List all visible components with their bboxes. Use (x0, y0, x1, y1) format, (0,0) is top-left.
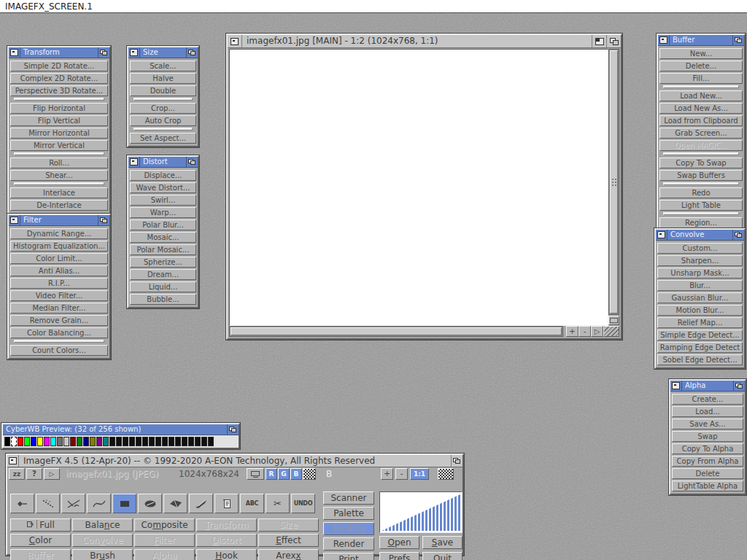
distort-displace-button[interactable]: Displace... (130, 170, 196, 181)
panel-buffer-titlebar[interactable]: Buffer (658, 35, 744, 46)
panel-alpha-titlebar[interactable]: Alpha (670, 381, 745, 392)
mode-render-button[interactable]: Render (323, 537, 374, 551)
palette-swatch-13[interactable] (90, 437, 96, 446)
zoom-out-button[interactable]: - (395, 468, 408, 480)
buffer-swap-buffers-button[interactable]: Swap Buffers (659, 170, 743, 181)
filter-count-colors-button[interactable]: Count Colors... (10, 345, 108, 356)
depth-gadget-icon[interactable] (227, 424, 239, 435)
distort-wave-distort-button[interactable]: Wave Distort... (130, 182, 196, 193)
depth-gadget-icon[interactable] (98, 47, 109, 58)
convolve-sobel-edge-detect-button[interactable]: Sobel Edge Detect... (657, 354, 743, 365)
distort-dream-button[interactable]: Dream... (130, 269, 196, 280)
palette-swatch-0[interactable] (4, 437, 10, 446)
text-tool-button[interactable]: ABC (240, 494, 264, 513)
buffer-load-from-clipboard-button[interactable]: Load from Clipboard (659, 115, 743, 126)
palette-swatch-5[interactable] (37, 437, 43, 446)
distort-bubble-button[interactable]: Bubble... (130, 294, 196, 305)
palette-swatch-23[interactable] (155, 437, 161, 446)
filter-video-filter-button[interactable]: Video Filter... (10, 290, 108, 301)
palette-window-titlebar[interactable]: CyberWB Preview: (32 of 256 shown) (3, 424, 239, 435)
palette-swatch-27[interactable] (182, 437, 187, 446)
channel-r-button[interactable]: R (266, 468, 277, 480)
screen-mode-button[interactable] (247, 468, 264, 480)
transform-perspective-3d-rotate-button[interactable]: Perspective 3D Rotate... (10, 85, 108, 96)
help-button[interactable]: ? (26, 468, 42, 480)
panel-distort-titlebar[interactable]: Distort (128, 157, 198, 168)
alpha-lighttable-alpha-button[interactable]: LightTable Alpha (672, 481, 743, 491)
palette-swatch-9[interactable] (63, 437, 69, 446)
transform-de-interlace-button[interactable]: De-Interlace (10, 200, 108, 211)
balance-button[interactable]: Balance (72, 518, 133, 532)
distort-swirl-button[interactable]: Swirl... (130, 195, 196, 206)
close-icon[interactable] (670, 381, 682, 391)
close-icon[interactable] (9, 47, 20, 58)
distort-polar-mosaic-button[interactable]: Polar Mosaic... (130, 244, 196, 255)
buffer-fill-button[interactable]: Fill... (659, 73, 743, 84)
size-crop-button[interactable]: Crop... (130, 103, 196, 114)
horizontal-scrollbar-thumb[interactable] (231, 327, 562, 335)
filter-remove-grain-button[interactable]: Remove Grain... (10, 315, 108, 326)
mode-scanner-button[interactable]: Scanner (323, 491, 374, 505)
buffer-region-button[interactable]: Region... (659, 217, 743, 228)
move-tool-button[interactable] (10, 494, 34, 513)
arexx-button[interactable]: Arexx (258, 549, 319, 560)
alpha-create-button[interactable]: Create... (672, 394, 743, 405)
scissors-tool-button[interactable]: ✂ (266, 494, 290, 513)
palette-swatch-21[interactable] (142, 437, 148, 446)
quit-button[interactable]: Quit (422, 552, 462, 560)
depth-gadget-icon[interactable] (732, 35, 744, 45)
distort-warp-button[interactable]: Warp... (130, 207, 196, 218)
transform-simple-2d-rotate-button[interactable]: Simple 2D Rotate... (10, 61, 108, 71)
zoom-reset-button[interactable]: 1:1 (410, 468, 429, 480)
distort-spherize-button[interactable]: Spherize... (130, 257, 196, 268)
buffer-delete-button[interactable]: Delete... (659, 61, 743, 71)
palette-swatch-19[interactable] (129, 437, 135, 446)
palette-swatch-14[interactable] (96, 437, 102, 446)
transform-complex-2d-rotate-button[interactable]: Complex 2D Rotate... (10, 73, 108, 84)
zoom-gadget-icon[interactable] (592, 35, 606, 47)
palette-swatch-22[interactable] (149, 437, 155, 446)
palette-swatch-28[interactable] (188, 437, 194, 446)
filter-anti-alias-button[interactable]: Anti Alias... (10, 265, 108, 276)
scroll-zoom-out-button[interactable]: - (578, 326, 591, 337)
effect-button[interactable]: Effect (258, 534, 319, 547)
transform-flip-vertical-button[interactable]: Flip Vertical (10, 115, 108, 126)
panel-size-titlebar[interactable]: Size (128, 47, 198, 58)
convolve-unsharp-mask-button[interactable]: Unsharp Mask... (657, 268, 743, 279)
palette-swatch-8[interactable] (57, 437, 63, 446)
screen-titlebar[interactable]: IMAGEFX_SCREEN.1 (0, 0, 747, 13)
palette-swatch-1[interactable] (11, 437, 17, 446)
convolve-simple-edge-detect-button[interactable]: Simple Edge Detect... (657, 330, 743, 341)
depth-gadget-icon[interactable] (186, 47, 198, 58)
palette-swatch-2[interactable] (18, 437, 23, 446)
channel-g-button[interactable]: G (278, 468, 290, 480)
buffer-load-new-button[interactable]: Load New... (659, 90, 743, 101)
palette-swatch-11[interactable] (77, 437, 82, 446)
palette-swatch-4[interactable] (31, 437, 36, 446)
alpha-save-as-button[interactable]: Save As... (672, 419, 743, 429)
filter-histogram-equalization-button[interactable]: Histogram Equalization... (10, 241, 108, 252)
palette-swatch-18[interactable] (123, 437, 128, 446)
clipboard-tool-button[interactable] (214, 494, 239, 513)
line-tool-button[interactable] (61, 494, 85, 513)
transform-interlace-button[interactable]: Interlace (10, 187, 108, 198)
buffer-copy-to-swap-button[interactable]: Copy To Swap (659, 158, 743, 168)
palette-swatch-12[interactable] (83, 437, 89, 446)
buffer-new-button[interactable]: New... (659, 48, 743, 59)
transform-shear-button[interactable]: Shear... (10, 170, 108, 181)
alpha-copy-to-alpha-button[interactable]: Copy To Alpha (672, 443, 743, 454)
convolve-relief-map-button[interactable]: Relief Map... (657, 317, 743, 328)
vertical-scrollbar-thumb[interactable] (610, 50, 618, 314)
vertical-scrollbar[interactable] (608, 49, 619, 315)
palette-swatch-30[interactable] (201, 437, 207, 446)
transform-flip-horizontal-button[interactable]: Flip Horizontal (10, 103, 108, 114)
pattern-button[interactable] (438, 468, 454, 480)
palette-swatch-6[interactable] (44, 437, 50, 446)
hook-button[interactable]: Hook (196, 549, 257, 560)
palette-swatch-10[interactable] (70, 437, 76, 446)
open-button[interactable]: Open (379, 536, 419, 549)
filter-r-i-p-button[interactable]: R.I.P... (10, 278, 108, 289)
transform-mirror-horizontal-button[interactable]: Mirror Horizontal (10, 128, 108, 139)
filter-dynamic-range-button[interactable]: Dynamic Range... (10, 228, 108, 239)
channel-b-button[interactable]: B (290, 468, 302, 480)
